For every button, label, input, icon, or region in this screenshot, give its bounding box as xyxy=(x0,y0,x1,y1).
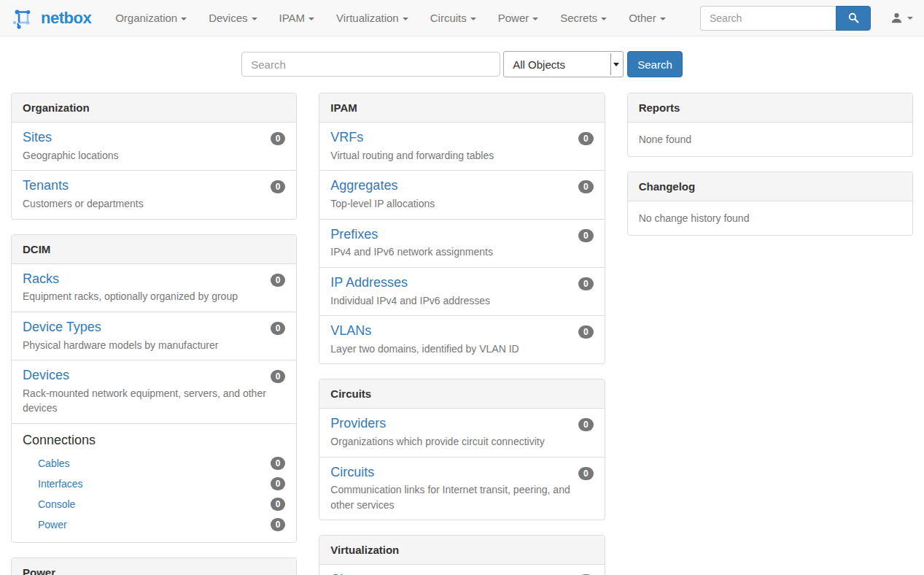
panel-changelog: Changelog No change history found xyxy=(627,171,913,236)
list-item-clusters: Clusters 0 xyxy=(319,565,604,575)
item-description: Individual IPv4 and IPv6 addresses xyxy=(330,293,593,308)
devices-link[interactable]: Devices xyxy=(23,368,69,384)
panel-title: Reports xyxy=(628,93,912,123)
prefixes-link[interactable]: Prefixes xyxy=(330,227,378,243)
reports-empty-text: None found xyxy=(628,123,912,156)
count-badge: 0 xyxy=(578,132,594,145)
panel-power: Power xyxy=(11,557,297,575)
item-description: Rack-mounted network equipment, servers,… xyxy=(23,386,285,416)
top-navbar: netbox Organization Devices IPAM Virtual… xyxy=(0,0,924,36)
item-description: Layer two domains, identified by VLAN ID xyxy=(330,341,593,356)
connection-row-console: Console 0 xyxy=(23,494,285,514)
cables-link[interactable]: Cables xyxy=(38,456,70,471)
panel-organization: Organization Sites 0 Geographic location… xyxy=(11,93,297,220)
panel-circuits: Circuits Providers 0 Organizations which… xyxy=(319,379,605,520)
nav-menu-power[interactable]: Power xyxy=(487,0,550,36)
object-type-select[interactable]: All Objects xyxy=(503,51,624,77)
list-item-aggregates: Aggregates 0 Top-level IP allocations xyxy=(319,170,604,218)
item-description: Virtual routing and forwarding tables xyxy=(330,148,593,163)
list-item-providers: Providers 0 Organizations which provide … xyxy=(319,409,604,456)
count-badge: 0 xyxy=(271,518,286,531)
aggregates-link[interactable]: Aggregates xyxy=(330,178,397,194)
item-description: IPv4 and IPv6 network assignments xyxy=(330,244,593,259)
count-badge: 0 xyxy=(271,274,286,287)
power-connections-link[interactable]: Power xyxy=(38,517,67,532)
circuits-link[interactable]: Circuits xyxy=(330,465,374,481)
user-icon xyxy=(890,12,903,24)
nav-menu-devices[interactable]: Devices xyxy=(198,0,268,36)
connection-row-cables: Cables 0 xyxy=(23,453,285,474)
nav-menu-organization[interactable]: Organization xyxy=(104,0,198,36)
panel-ipam: IPAM VRFs 0 Virtual routing and forwardi… xyxy=(319,93,605,364)
vrfs-link[interactable]: VRFs xyxy=(330,130,363,146)
select-arrow-icon xyxy=(610,53,621,75)
user-menu[interactable] xyxy=(890,12,913,24)
connection-row-power: Power 0 xyxy=(23,514,285,535)
count-badge: 0 xyxy=(578,180,594,193)
item-description: Top-level IP allocations xyxy=(330,196,593,211)
caret-down-icon xyxy=(252,18,257,20)
count-badge: 0 xyxy=(271,180,286,193)
panel-title: IPAM xyxy=(319,93,604,123)
panel-title: Changelog xyxy=(628,172,912,201)
providers-link[interactable]: Providers xyxy=(330,416,386,432)
object-type-selected: All Objects xyxy=(513,58,565,71)
interfaces-link[interactable]: Interfaces xyxy=(38,476,82,491)
global-search-input[interactable] xyxy=(241,52,500,77)
count-badge: 0 xyxy=(271,477,286,490)
changelog-empty-text: No change history found xyxy=(628,201,912,235)
nav-menu-other[interactable]: Other xyxy=(618,0,677,36)
list-item-vrfs: VRFs 0 Virtual routing and forwarding ta… xyxy=(319,123,604,170)
search-icon xyxy=(848,12,859,23)
racks-link[interactable]: Racks xyxy=(23,271,59,288)
netbox-brand[interactable]: netbox xyxy=(11,6,91,31)
navbar-search-button[interactable] xyxy=(836,6,871,31)
console-link[interactable]: Console xyxy=(38,497,75,512)
nav-menu-virtualization[interactable]: Virtualization xyxy=(325,0,419,36)
caret-down-icon xyxy=(308,18,314,20)
nav-menu-circuits[interactable]: Circuits xyxy=(419,0,487,36)
list-item-devices: Devices 0 Rack-mounted network equipment… xyxy=(12,360,296,423)
count-badge: 0 xyxy=(271,322,286,335)
count-badge: 0 xyxy=(578,418,594,431)
panel-title: DCIM xyxy=(12,235,296,264)
list-item-circuits: Circuits 0 Communication links for Inter… xyxy=(319,457,604,520)
navbar-search-input[interactable] xyxy=(700,6,836,31)
item-description: Equipment racks, optionally organized by… xyxy=(23,289,285,304)
connection-row-interfaces: Interfaces 0 xyxy=(23,474,285,494)
clusters-link[interactable]: Clusters xyxy=(330,572,378,575)
caret-down-icon xyxy=(403,18,408,20)
ip-addresses-link[interactable]: IP Addresses xyxy=(330,275,408,291)
connections-section: Connections Cables 0 Interfaces 0 Consol… xyxy=(12,423,296,542)
list-item-prefixes: Prefixes 0 IPv4 and IPv6 network assignm… xyxy=(319,219,604,267)
list-item-racks: Racks 0 Equipment racks, optionally orga… xyxy=(12,264,296,312)
sites-link[interactable]: Sites xyxy=(23,130,52,146)
count-badge: 0 xyxy=(271,370,286,383)
count-badge: 0 xyxy=(271,132,286,145)
nav-menu-secrets[interactable]: Secrets xyxy=(549,0,618,36)
global-search-button[interactable]: Search xyxy=(627,51,683,77)
caret-down-icon xyxy=(601,18,607,20)
panel-reports: Reports None found xyxy=(627,93,913,157)
brand-name: netbox xyxy=(41,9,91,28)
list-item-sites: Sites 0 Geographic locations xyxy=(12,123,296,170)
caret-down-icon xyxy=(660,18,666,20)
global-search-bar: All Objects Search xyxy=(0,51,924,77)
panel-title: Power xyxy=(12,558,296,575)
count-badge: 0 xyxy=(578,325,594,339)
device-types-link[interactable]: Device Types xyxy=(23,320,101,336)
count-badge: 0 xyxy=(578,277,594,290)
dashboard: Organization Sites 0 Geographic location… xyxy=(0,93,924,575)
caret-down-icon xyxy=(181,18,187,20)
navbar-search-group xyxy=(700,6,871,31)
count-badge: 0 xyxy=(578,229,594,242)
connections-heading: Connections xyxy=(23,433,285,448)
panel-virtualization: Virtualization Clusters 0 xyxy=(319,535,605,575)
main-menu: Organization Devices IPAM Virtualization… xyxy=(104,0,677,36)
nav-menu-ipam[interactable]: IPAM xyxy=(268,0,326,36)
count-badge: 0 xyxy=(578,467,594,480)
netbox-logo-icon xyxy=(11,6,36,31)
tenants-link[interactable]: Tenants xyxy=(23,178,69,194)
column-right: Reports None found Changelog No change h… xyxy=(616,93,924,250)
vlans-link[interactable]: VLANs xyxy=(330,323,371,339)
